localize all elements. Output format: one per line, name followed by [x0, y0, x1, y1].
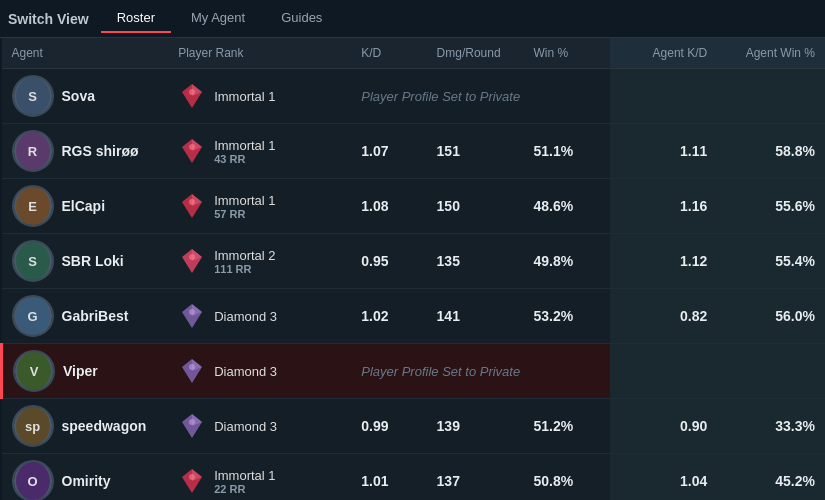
agent-win-cell: 56.0%: [717, 289, 825, 344]
agent-kd-cell: 1.12: [610, 234, 718, 289]
stat-value: 139: [437, 418, 460, 434]
agent-kd-cell: 1.11: [610, 124, 718, 179]
agent-kd-value: 1.12: [680, 253, 707, 269]
rank-icon: [178, 467, 206, 495]
stat-value: 1.02: [361, 308, 388, 324]
agent-kd-cell: 0.90: [610, 399, 718, 454]
dmg-cell: 135: [427, 234, 524, 289]
col-header-kd: K/D: [351, 38, 426, 69]
nav-tabs: RosterMy AgentGuides: [101, 4, 343, 33]
dmg-cell: 150: [427, 179, 524, 234]
col-header-agent-kd: Agent K/D: [610, 38, 718, 69]
agent-cell: V Viper: [2, 344, 169, 399]
rank-cell: Diamond 3: [168, 399, 351, 454]
svg-point-17: [189, 364, 195, 370]
stat-value: 48.6%: [533, 198, 573, 214]
col-header-agent-win: Agent Win %: [717, 38, 825, 69]
agent-win-value: 45.2%: [775, 473, 815, 489]
rank-info: Diamond 3: [214, 419, 277, 434]
col-header-agent: Agent: [2, 38, 169, 69]
dmg-cell: 139: [427, 399, 524, 454]
table-row: O Omirity Immortal 1 22 RR 1.0113750.8%1…: [2, 454, 826, 501]
kd-cell: 1.02: [351, 289, 426, 344]
roster-table: Agent Player Rank K/D Dmg/Round Win % Ag…: [0, 38, 825, 500]
table-row: G GabriBest Diamond 3 1.0214153.2%0.8256…: [2, 289, 826, 344]
win-cell: 50.8%: [523, 454, 609, 501]
rank-cell: Immortal 1: [168, 69, 351, 124]
rank-name: Immortal 1: [214, 193, 275, 208]
nav-tab-guides[interactable]: Guides: [265, 4, 338, 33]
col-header-dmg: Dmg/Round: [427, 38, 524, 69]
agent-kd-cell: 0.82: [610, 289, 718, 344]
rank-name: Diamond 3: [214, 309, 277, 324]
rank-cell: Diamond 3: [168, 289, 351, 344]
table-row: V Viper Diamond 3 Player Profile Set to …: [2, 344, 826, 399]
kd-cell: 0.95: [351, 234, 426, 289]
rank-name: Immortal 1: [214, 89, 275, 104]
switch-view-button[interactable]: Switch View: [8, 11, 89, 27]
svg-point-5: [189, 144, 195, 150]
agent-win-cell: 55.4%: [717, 234, 825, 289]
stat-value: 51.2%: [533, 418, 573, 434]
kd-cell: 1.01: [351, 454, 426, 501]
agent-win-value: 56.0%: [775, 308, 815, 324]
agent-kd-cell: [610, 69, 718, 124]
stat-value: 151: [437, 143, 460, 159]
kd-cell: 0.99: [351, 399, 426, 454]
dmg-cell: 151: [427, 124, 524, 179]
agent-win-value: 55.6%: [775, 198, 815, 214]
rank-icon: [178, 137, 206, 165]
agent-name: ElCapi: [62, 198, 106, 214]
agent-win-value: 33.3%: [775, 418, 815, 434]
rank-icon: [178, 82, 206, 110]
stat-value: 150: [437, 198, 460, 214]
agent-name: speedwagon: [62, 418, 147, 434]
rank-name: Diamond 3: [214, 419, 277, 434]
rank-rr: 22 RR: [214, 483, 275, 495]
agent-avatar: sp: [12, 405, 54, 447]
private-message: Player Profile Set to Private: [351, 69, 609, 124]
rank-info: Immortal 1 43 RR: [214, 138, 275, 165]
rank-rr: 111 RR: [214, 263, 275, 275]
rank-rr: 57 RR: [214, 208, 275, 220]
stat-value: 0.99: [361, 418, 388, 434]
nav-tab-roster[interactable]: Roster: [101, 4, 171, 33]
win-cell: 53.2%: [523, 289, 609, 344]
dmg-cell: 137: [427, 454, 524, 501]
stat-value: 49.8%: [533, 253, 573, 269]
stat-value: 0.95: [361, 253, 388, 269]
win-cell: 51.2%: [523, 399, 609, 454]
nav-tab-my-agent[interactable]: My Agent: [175, 4, 261, 33]
stat-value: 141: [437, 308, 460, 324]
agent-win-cell: 33.3%: [717, 399, 825, 454]
rank-info: Immortal 1: [214, 89, 275, 104]
agent-avatar: G: [12, 295, 54, 337]
svg-point-20: [189, 419, 195, 425]
top-nav: Switch View RosterMy AgentGuides: [0, 0, 825, 38]
rank-icon: [178, 357, 206, 385]
rank-icon: [178, 412, 206, 440]
rank-cell: Immortal 1 22 RR: [168, 454, 351, 501]
agent-cell: E ElCapi: [2, 179, 169, 234]
agent-win-cell: 58.8%: [717, 124, 825, 179]
win-cell: 51.1%: [523, 124, 609, 179]
rank-icon: [178, 192, 206, 220]
agent-name: Sova: [62, 88, 95, 104]
svg-point-14: [189, 309, 195, 315]
svg-point-2: [189, 89, 195, 95]
table-row: sp speedwagon Diamond 3 0.9913951.2%0.90…: [2, 399, 826, 454]
rank-name: Immortal 1: [214, 468, 275, 483]
stat-value: 1.07: [361, 143, 388, 159]
agent-avatar: O: [12, 460, 54, 500]
dmg-cell: 141: [427, 289, 524, 344]
private-message: Player Profile Set to Private: [351, 344, 609, 399]
agent-name: Viper: [63, 363, 98, 379]
agent-avatar: E: [12, 185, 54, 227]
win-cell: 49.8%: [523, 234, 609, 289]
agent-kd-value: 1.04: [680, 473, 707, 489]
agent-win-value: 55.4%: [775, 253, 815, 269]
rank-cell: Immortal 2 111 RR: [168, 234, 351, 289]
table-row: R RGS shirøø Immortal 1 43 RR 1.0715151.…: [2, 124, 826, 179]
kd-cell: 1.07: [351, 124, 426, 179]
app-container: Switch View RosterMy AgentGuides Agent P…: [0, 0, 825, 500]
